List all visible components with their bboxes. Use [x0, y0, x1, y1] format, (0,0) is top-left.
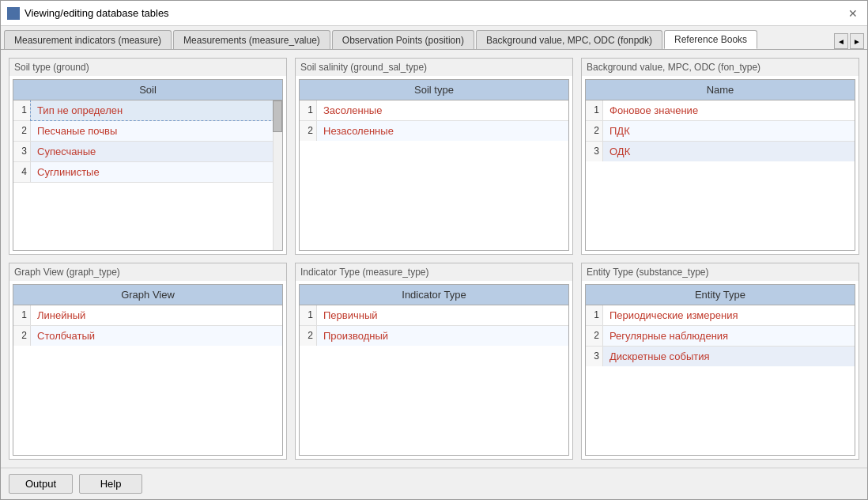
panel-indicator-type-title: Indicator Type (measure_type): [296, 263, 572, 281]
panel-indicator-type: Indicator Type (measure_type) Indicator …: [295, 263, 573, 460]
row-number: 1: [586, 100, 603, 120]
table-row[interactable]: 1 Линейный: [13, 305, 282, 326]
indicator-type-rows: 1 Первичный 2 Производный: [300, 305, 568, 455]
row-number: 2: [300, 326, 317, 346]
panel-graph-view: Graph View (graph_type) Graph View 1 Лин…: [9, 263, 287, 460]
panel-soil-type: Soil type (ground) Soil 1 Тип не определ…: [9, 58, 287, 255]
tabs-bar: Measurement indicators (measure) Measure…: [1, 26, 867, 50]
table-row[interactable]: 2 Производный: [300, 326, 568, 346]
row-number: 1: [300, 100, 317, 120]
graph-view-header: Graph View: [13, 285, 282, 305]
table-row[interactable]: 1 Фоновое значение: [586, 100, 855, 121]
content-area: Soil type (ground) Soil 1 Тип не определ…: [1, 50, 867, 468]
row-number: 4: [13, 162, 31, 182]
row-value[interactable]: Производный: [317, 326, 568, 346]
tab-scroll-right[interactable]: ►: [850, 33, 864, 49]
table-row[interactable]: 2 Столбчатый: [13, 326, 282, 346]
row-value[interactable]: Супесчаные: [31, 142, 282, 161]
table-row[interactable]: 1 Засоленные: [300, 100, 568, 121]
panel-soil-salinity-title: Soil salinity (ground_sal_type): [296, 59, 572, 76]
row-number: 2: [13, 121, 31, 141]
panel-background-value-title: Background value, MPC, ODC (fon_type): [582, 59, 859, 76]
tab-observation-points[interactable]: Observation Points (position): [332, 30, 474, 49]
help-button[interactable]: Help: [79, 474, 142, 494]
app-icon: [7, 7, 20, 20]
table-row[interactable]: 1 Первичный: [300, 305, 568, 326]
table-row[interactable]: 2 Незасоленные: [300, 121, 568, 141]
row-number: 1: [586, 305, 603, 325]
row-number: 1: [13, 100, 31, 120]
table-row[interactable]: 4 Суглинистые: [13, 162, 282, 183]
row-number: 3: [13, 142, 31, 161]
row-number: 2: [586, 326, 603, 346]
tab-scroll-controls: ◄ ►: [834, 33, 864, 49]
row-value[interactable]: Фоновое значение: [603, 100, 855, 120]
table-row[interactable]: 1 Тип не определен: [13, 100, 282, 121]
row-value[interactable]: Засоленные: [317, 100, 568, 120]
graph-view-rows: 1 Линейный 2 Столбчатый: [13, 305, 282, 455]
background-value-header: Name: [586, 80, 855, 100]
panel-indicator-type-inner: Indicator Type 1 Первичный 2 Производный: [299, 284, 569, 456]
scrollbar-thumb[interactable]: [273, 100, 282, 132]
row-value[interactable]: Первичный: [317, 305, 568, 325]
soil-table-rows: 1 Тип не определен 2 Песчаные почвы 3 Су…: [13, 100, 282, 250]
table-row[interactable]: 1 Периодические измерения: [586, 305, 855, 326]
panel-soil-type-inner: Soil 1 Тип не определен 2 Песчаные почвы…: [13, 79, 283, 251]
output-button[interactable]: Output: [9, 474, 73, 494]
background-value-rows: 1 Фоновое значение 2 ПДК 3 ОДК: [586, 100, 855, 250]
panel-entity-type-inner: Entity Type 1 Периодические измерения 2 …: [585, 284, 855, 456]
table-row[interactable]: 3 Дискретные события: [586, 347, 855, 366]
panel-entity-type-title: Entity Type (substance_type): [582, 263, 859, 281]
panel-soil-salinity: Soil salinity (ground_sal_type) Soil typ…: [295, 58, 573, 255]
tab-background-value[interactable]: Background value, MPC, ODC (fonpdk): [476, 30, 662, 49]
panel-background-value: Background value, MPC, ODC (fon_type) Na…: [581, 58, 859, 255]
title-bar: Viewing/editing database tables ✕: [1, 1, 867, 26]
row-value[interactable]: Столбчатый: [31, 326, 282, 346]
tab-measurement-indicators[interactable]: Measurement indicators (measure): [4, 30, 172, 49]
panel-graph-view-inner: Graph View 1 Линейный 2 Столбчатый: [13, 284, 283, 456]
soil-salinity-header: Soil type: [300, 80, 568, 100]
row-value[interactable]: ПДК: [603, 121, 855, 141]
tab-scroll-left[interactable]: ◄: [834, 33, 848, 49]
main-window: Viewing/editing database tables ✕ Measur…: [0, 0, 868, 500]
table-row[interactable]: 3 ОДК: [586, 142, 855, 161]
title-bar-left: Viewing/editing database tables: [7, 7, 169, 20]
row-number: 3: [586, 347, 603, 366]
entity-type-header: Entity Type: [586, 285, 855, 305]
close-button[interactable]: ✕: [845, 6, 861, 21]
panel-background-value-inner: Name 1 Фоновое значение 2 ПДК 3 ОДК: [585, 79, 855, 251]
table-row[interactable]: 2 Песчаные почвы: [13, 121, 282, 142]
row-value[interactable]: Суглинистые: [31, 162, 282, 182]
row-number: 2: [586, 121, 603, 141]
row-value[interactable]: Незасоленные: [317, 121, 568, 141]
tab-reference-books[interactable]: Reference Books: [664, 30, 757, 49]
soil-salinity-rows: 1 Засоленные 2 Незасоленные: [300, 100, 568, 250]
panel-graph-view-title: Graph View (graph_type): [9, 263, 286, 281]
panel-soil-type-title: Soil type (ground): [9, 59, 286, 76]
row-value[interactable]: Линейный: [31, 305, 282, 325]
row-number: 1: [13, 305, 31, 325]
row-value[interactable]: Периодические измерения: [603, 305, 855, 325]
bottom-bar: Output Help: [1, 468, 867, 499]
row-value[interactable]: Песчаные почвы: [31, 121, 282, 141]
row-number: 3: [586, 142, 603, 161]
row-number: 1: [300, 305, 317, 325]
table-row[interactable]: 3 Супесчаные: [13, 142, 282, 162]
row-value[interactable]: Регулярные наблюдения: [603, 326, 855, 346]
indicator-type-header: Indicator Type: [300, 285, 568, 305]
panel-entity-type: Entity Type (substance_type) Entity Type…: [581, 263, 859, 460]
tab-measurements[interactable]: Measurements (measure_value): [173, 30, 330, 49]
row-value[interactable]: Тип не определен: [31, 100, 282, 120]
panel-soil-salinity-inner: Soil type 1 Засоленные 2 Незасоленные: [299, 79, 569, 251]
scrollbar-track: [273, 100, 282, 250]
window-title: Viewing/editing database tables: [25, 7, 169, 19]
row-number: 2: [13, 326, 31, 346]
row-value[interactable]: ОДК: [603, 142, 855, 161]
table-row[interactable]: 2 ПДК: [586, 121, 855, 142]
soil-table-header: Soil: [13, 80, 282, 100]
table-row[interactable]: 2 Регулярные наблюдения: [586, 326, 855, 347]
row-number: 2: [300, 121, 317, 141]
row-value[interactable]: Дискретные события: [603, 347, 855, 366]
entity-type-rows: 1 Периодические измерения 2 Регулярные н…: [586, 305, 855, 455]
